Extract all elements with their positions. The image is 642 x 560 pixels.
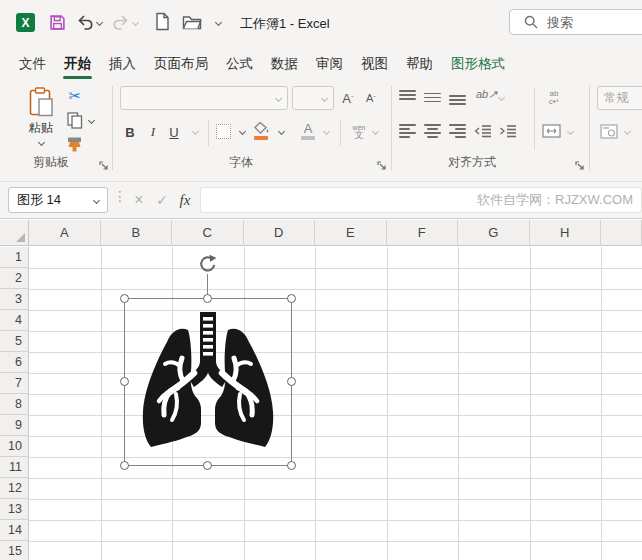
tab-review[interactable]: 审阅 [307,50,352,80]
new-file-button[interactable] [155,12,170,31]
row-header-3[interactable]: 3 [0,289,29,310]
increase-indent-button[interactable] [499,124,517,138]
tab-view[interactable]: 视图 [352,50,397,80]
paste-button[interactable]: 粘贴 [22,84,60,148]
rotate-handle-icon[interactable] [197,254,218,275]
merge-center-button[interactable] [542,124,561,138]
column-header-f[interactable]: F [387,220,459,246]
column-header-partial[interactable] [601,220,642,246]
merge-chevron-icon[interactable] [567,128,574,135]
tab-file[interactable]: 文件 [10,50,55,80]
insert-function-button[interactable]: fx [174,187,196,213]
align-middle-button[interactable] [424,90,441,105]
row-header-7[interactable]: 7 [0,373,29,394]
undo-button[interactable] [76,13,94,30]
tab-home[interactable]: 开始 [55,50,100,80]
align-right-button[interactable] [449,124,466,138]
align-bottom-button[interactable] [449,90,466,105]
orientation-chevron-icon[interactable] [498,94,505,101]
orientation-button[interactable]: ab↗ [476,88,497,101]
tab-graphics-format[interactable]: 图形格式 [442,50,514,80]
format-painter-button[interactable] [64,135,86,153]
gridline-horizontal [29,331,642,332]
column-header-c[interactable]: C [172,220,244,246]
resize-handle-middle-left[interactable] [120,377,129,386]
align-left-button[interactable] [399,124,416,138]
font-dialog-launcher-icon[interactable] [377,161,387,171]
resize-handle-bottom-right[interactable] [287,461,296,470]
underline-button[interactable]: U [166,122,182,142]
align-top-button[interactable] [399,90,416,105]
row-header-11[interactable]: 11 [0,457,29,478]
resize-handle-top-left[interactable] [120,294,129,303]
gridline-vertical [315,247,316,560]
font-size-combobox[interactable] [292,86,334,110]
tab-data[interactable]: 数据 [262,50,307,80]
qat-customize-chevron-icon[interactable] [215,19,222,26]
number-format-combobox[interactable]: 常规 [597,86,642,110]
row-header-12[interactable]: 12 [0,478,29,499]
undo-dropdown-chevron-icon[interactable] [96,19,103,26]
row-header-5[interactable]: 5 [0,331,29,352]
ribbon-tabs: 文件开始插入页面布局公式数据审阅视图帮助图形格式 [10,50,514,80]
formula-bar-splitter[interactable]: ⋮ [113,188,126,204]
row-header-15[interactable]: 15 [0,541,29,560]
column-header-d[interactable]: D [244,220,316,246]
phonetic-chevron-icon[interactable] [372,128,379,135]
row-header-13[interactable]: 13 [0,499,29,520]
formula-input[interactable]: 软件自学网：RJZXW.COM [200,187,642,213]
search-input[interactable] [547,15,627,30]
borders-button[interactable] [216,124,231,139]
column-header-a[interactable]: A [29,220,101,246]
row-header-4[interactable]: 4 [0,310,29,331]
row-header-14[interactable]: 14 [0,520,29,541]
alignment-dialog-launcher-icon[interactable] [575,161,585,171]
resize-handle-top-right[interactable] [287,294,296,303]
tab-formulas[interactable]: 公式 [217,50,262,80]
column-header-h[interactable]: H [530,220,602,246]
accounting-chevron-icon[interactable] [624,128,631,135]
wrap-text-button[interactable]: ab c↵ [543,90,565,106]
copy-button[interactable] [66,111,84,129]
tab-page-layout[interactable]: 页面布局 [145,50,217,80]
search-box[interactable] [509,9,642,35]
fill-color-chevron-icon[interactable] [278,128,285,135]
resize-handle-top-center[interactable] [203,294,212,303]
copy-chevron-icon[interactable] [88,117,95,124]
row-header-8[interactable]: 8 [0,394,29,415]
font-color-button[interactable]: A [300,121,316,135]
phonetic-guide-button[interactable]: wén 文 [349,121,369,143]
tab-help[interactable]: 帮助 [397,50,442,80]
font-name-combobox[interactable] [120,86,288,110]
open-folder-button[interactable] [182,15,202,30]
align-center-button[interactable] [424,124,441,138]
resize-handle-middle-right[interactable] [287,377,296,386]
name-box[interactable]: 图形 14 [8,187,108,213]
row-header-6[interactable]: 6 [0,352,29,373]
row-header-2[interactable]: 2 [0,268,29,289]
row-header-9[interactable]: 9 [0,415,29,436]
save-button[interactable] [49,14,66,31]
fill-color-button[interactable] [253,121,271,135]
decrease-font-size-button[interactable]: Aˇ [361,88,381,108]
column-header-b[interactable]: B [101,220,173,246]
worksheet-grid[interactable]: 151413121110987654321HGFEDCBA [0,218,642,560]
decrease-indent-button[interactable] [474,124,492,138]
font-color-chevron-icon[interactable] [323,128,330,135]
clipboard-dialog-launcher-icon[interactable] [99,161,109,171]
column-header-g[interactable]: G [458,220,530,246]
italic-button[interactable]: I [146,122,160,142]
cut-button[interactable]: ✂ [66,87,84,105]
column-header-e[interactable]: E [315,220,387,246]
underline-chevron-icon[interactable] [192,128,199,135]
resize-handle-bottom-left[interactable] [120,461,129,470]
bold-button[interactable]: B [121,122,139,142]
row-header-10[interactable]: 10 [0,436,29,457]
borders-chevron-icon[interactable] [239,128,246,135]
increase-font-size-button[interactable]: Aˆ [338,88,358,108]
accounting-format-button[interactable] [600,124,618,139]
resize-handle-bottom-center[interactable] [203,461,212,470]
row-header-1[interactable]: 1 [0,247,29,268]
select-all-corner[interactable] [0,220,29,246]
tab-insert[interactable]: 插入 [100,50,145,80]
